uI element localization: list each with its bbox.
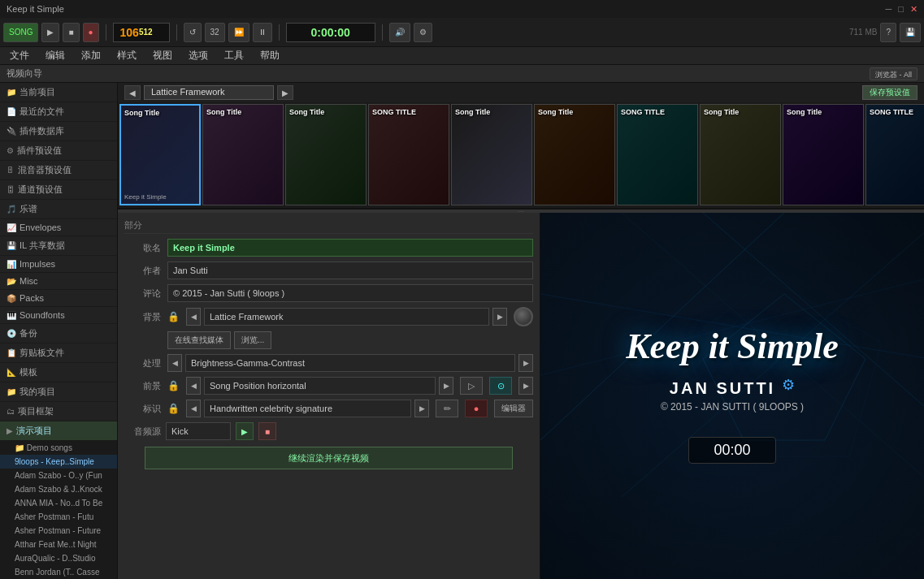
demo-song-8[interactable]: AuraQualic - D..Studio (0, 551, 117, 565)
fg-prev-btn[interactable]: ◀ (186, 377, 201, 395)
bg-prev-btn[interactable]: ◀ (186, 308, 201, 326)
thumb-9[interactable]: Song Title (783, 104, 864, 205)
sidebar-item-plugin-presets[interactable]: ⚙ 插件预设值 (0, 141, 117, 161)
author-label: 作者 (124, 265, 161, 277)
song-input[interactable] (167, 239, 533, 257)
vol-btn[interactable]: 🔊 (389, 23, 410, 42)
demo-song-6[interactable]: Asher Postman - Future (0, 524, 117, 538)
fg-icon-btn[interactable]: ▷ (460, 377, 483, 395)
sidebar-item-shared[interactable]: 💾 IL 共享数据 (0, 236, 117, 256)
browse-btn[interactable]: 浏览... (234, 331, 271, 349)
menu-options[interactable]: 选项 (185, 49, 211, 63)
sidebar-item-demo[interactable]: ▶ 演示项目 (0, 421, 117, 441)
sub-prev-btn[interactable]: ◀ (186, 400, 201, 417)
render-btn[interactable]: 继续渲染并保存视频 (145, 447, 513, 469)
menu-view[interactable]: 视图 (150, 49, 176, 63)
thumb-1[interactable]: Song Title Keep it Simple (119, 104, 201, 205)
sub-next-btn[interactable]: ▶ (414, 400, 429, 417)
author-row: 作者 (124, 261, 533, 279)
stop-btn[interactable]: ■ (63, 23, 79, 42)
menu-edit[interactable]: 编辑 (42, 49, 68, 63)
sub-pencil-btn[interactable]: ✏ (436, 400, 458, 417)
record-btn[interactable]: ● (83, 23, 99, 42)
sidebar-item-recent[interactable]: 📄 最近的文件 (0, 102, 117, 122)
menu-style[interactable]: 样式 (114, 49, 140, 63)
mode-btn[interactable]: 32 (205, 23, 225, 42)
demo-song-7[interactable]: Atthar Feat Me..t Night (0, 538, 117, 551)
sidebar-item-clipboard[interactable]: 📋 剪贴板文件 (0, 344, 117, 363)
sidebar-item-packs[interactable]: 📦 Packs (0, 290, 117, 307)
help-btn[interactable]: ? (880, 23, 896, 42)
demo-song-1[interactable]: 9loops - Keep..Simple (0, 455, 117, 469)
close-btn[interactable]: ✕ (910, 4, 917, 15)
process-next-btn[interactable]: ▶ (518, 354, 533, 372)
save-btn[interactable]: 💾 (900, 23, 921, 42)
sidebar-item-envelopes[interactable]: 📈 Envelopes (0, 219, 117, 236)
comment-input[interactable] (167, 284, 533, 302)
sub-dot-btn[interactable]: ● (465, 400, 488, 417)
minimize-btn[interactable]: ─ (886, 4, 892, 15)
demo-song-9[interactable]: Benn Jordan (T.. Casse (0, 565, 117, 579)
menu-tools[interactable]: 工具 (221, 49, 247, 63)
demo-song-2[interactable]: Adam Szabo - O..y (Fun (0, 469, 117, 482)
thumb-5[interactable]: Song Title (451, 104, 532, 205)
sidebar-item-backup[interactable]: 💿 备份 (0, 324, 117, 344)
sidebar-item-mixer-presets[interactable]: 🎚 混音器预设值 (0, 161, 117, 180)
sidebar-item-impulses[interactable]: 📊 Impulses (0, 256, 117, 273)
sidebar-item-plugins[interactable]: 🔌 插件数据库 (0, 122, 117, 141)
thumb-3[interactable]: Song Title (285, 104, 367, 205)
audio-stop-btn[interactable]: ■ (258, 422, 276, 440)
sidebar-item-score[interactable]: 🎵 乐谱 (0, 200, 117, 219)
sidebar-item-my-projects[interactable]: 📁 我的项目 (0, 382, 117, 402)
thumb-7[interactable]: SONG TITLE (617, 104, 698, 205)
menu-help[interactable]: 帮助 (257, 49, 283, 63)
settings-btn[interactable]: ⚙ (414, 23, 432, 42)
bg-next-btn[interactable]: ▶ (492, 308, 507, 326)
audio-play-btn[interactable]: ▶ (236, 422, 254, 440)
misc-btn[interactable]: ⏸ (253, 23, 272, 42)
sidebar-label: IL 共享数据 (20, 240, 65, 252)
sub-edit-btn[interactable]: 编辑器 (494, 400, 533, 417)
fg-next-btn[interactable]: ▶ (439, 377, 453, 395)
demo-song-4[interactable]: ANNA MIA - No..d To Be (0, 496, 117, 510)
thumb-8[interactable]: Song Title (700, 104, 781, 205)
online-btn[interactable]: 在线查找媒体 (167, 331, 231, 349)
thumb-6[interactable]: Song Title (534, 104, 615, 205)
fg-knob-btn[interactable]: ⊙ (489, 377, 512, 395)
thumbnail-strip: Song Title Keep it Simple Song Title Son… (118, 102, 924, 208)
author-input[interactable] (167, 261, 533, 279)
process-prev-btn[interactable]: ◀ (167, 354, 182, 372)
sidebar-item-project-bones[interactable]: 🗂 项目框架 (0, 402, 117, 421)
menu-add[interactable]: 添加 (78, 49, 104, 63)
process-row: 处理 ◀ Brightness-Gamma-Contrast ▶ (124, 354, 533, 372)
play-btn[interactable]: ▶ (41, 23, 59, 42)
sidebar-item-templates[interactable]: 📐 模板 (0, 363, 117, 382)
recent-icon: 📄 (7, 107, 16, 116)
save-preset-btn[interactable]: 保存预设值 (862, 85, 917, 100)
sidebar-item-soundfonts[interactable]: 🎹 Soundfonts (0, 307, 117, 324)
preset-next-btn[interactable]: ▶ (277, 85, 293, 100)
bpm-display: 106512 (113, 23, 170, 42)
thumb-10[interactable]: SONG TITLE (865, 104, 924, 205)
thumb-label: Song Title (455, 108, 490, 116)
fg-extra-btn[interactable]: ▶ (518, 377, 533, 395)
bg-knob[interactable] (514, 307, 533, 326)
sidebar-item-current-project[interactable]: 📁 当前项目 (0, 83, 117, 102)
demo-songs-folder[interactable]: 📁 Demo songs (0, 441, 117, 455)
demo-song-3[interactable]: Adam Szabo & J..Knock (0, 482, 117, 496)
demo-song-5[interactable]: Asher Postman - Futu (0, 510, 117, 524)
sub-lock-icon: 🔒 (167, 403, 180, 414)
thumb-2[interactable]: Song Title (202, 104, 284, 205)
menu-file[interactable]: 文件 (7, 49, 33, 63)
loop-btn[interactable]: ↺ (184, 23, 202, 42)
sidebar-item-channel-presets[interactable]: 🎛 通道预设值 (0, 180, 117, 200)
preset-prev-btn[interactable]: ◀ (124, 85, 141, 100)
maximize-btn[interactable]: □ (898, 4, 904, 15)
browser-btn[interactable]: 浏览器 - All (870, 67, 917, 80)
step-btn[interactable]: ⏩ (228, 23, 249, 42)
thumb-4[interactable]: SONG TITLE (368, 104, 449, 205)
song-btn[interactable]: SONG (3, 23, 38, 42)
song-name-row: 歌名 (124, 239, 533, 257)
sidebar-item-misc[interactable]: 📂 Misc (0, 273, 117, 290)
thumb-label: Song Title (124, 109, 159, 117)
